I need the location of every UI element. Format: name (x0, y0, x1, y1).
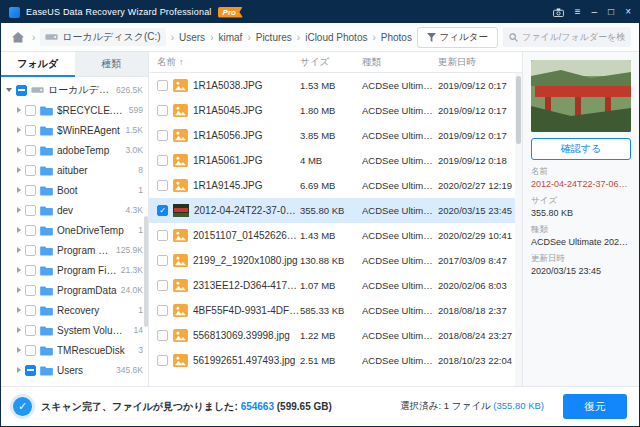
chevron-right-icon[interactable] (17, 147, 21, 153)
filter-button[interactable]: フィルター (417, 27, 498, 48)
tab-folder[interactable]: フォルダ (1, 52, 75, 77)
chevron-right-icon[interactable] (17, 207, 21, 213)
sidebar-item-program-files-x86[interactable]: Program Files (x86)21.3K (1, 260, 148, 280)
checkbox[interactable] (157, 355, 168, 366)
camera-icon[interactable] (553, 8, 564, 17)
sidebar-scrollbar-thumb[interactable] (144, 216, 148, 327)
checkbox[interactable] (25, 345, 36, 356)
chevron-right-icon[interactable] (17, 167, 21, 173)
checkbox[interactable] (25, 145, 36, 156)
checkbox[interactable]: ✓ (157, 205, 168, 216)
breadcrumb-item-icloud-photos[interactable]: iCloud Photos (305, 32, 367, 43)
checkbox[interactable] (25, 285, 36, 296)
checkbox[interactable] (157, 130, 168, 141)
sidebar-item-boot[interactable]: Boot1 (1, 180, 148, 200)
sidebar-item-c[interactable]: ローカルディスク(C:)626.5K (1, 80, 148, 100)
checkbox[interactable] (157, 80, 168, 91)
checkbox[interactable] (25, 325, 36, 336)
checkbox[interactable] (25, 245, 36, 256)
chevron-right-icon[interactable] (17, 227, 21, 233)
breadcrumb-item-users[interactable]: Users (179, 32, 205, 43)
chevron-right-icon[interactable] (17, 267, 21, 273)
chevron-right-icon[interactable] (17, 107, 21, 113)
breadcrumb-root[interactable]: ローカルディスク(C:) (40, 28, 165, 46)
chevron-right-icon[interactable] (17, 347, 21, 353)
breadcrumb-item-photos[interactable]: Photos (381, 32, 412, 43)
table-row[interactable]: 4BF55F4D-9931-4DFF-9FF3-48…585.33 KBACDS… (149, 298, 522, 323)
checkbox[interactable] (16, 85, 27, 96)
sort-ascending-icon[interactable]: ↑ (179, 57, 184, 67)
table-row[interactable]: 1R1A5038.JPG1.53 MBACDSee Ultim…2019/09/… (149, 73, 522, 98)
checkbox[interactable] (25, 125, 36, 136)
file-type: ACDSee Ultim… (362, 180, 438, 191)
confirm-button[interactable]: 確認する (531, 138, 631, 160)
chevron-right-icon[interactable] (17, 247, 21, 253)
table-row[interactable]: 556813069.39998.jpg1.22 MBACDSee Ultim…2… (149, 323, 522, 348)
table-row[interactable]: 1R1A5056.JPG3.85 MBACDSee Ultim…2019/09/… (149, 123, 522, 148)
checkbox[interactable] (25, 265, 36, 276)
chevron-right-icon[interactable] (17, 127, 21, 133)
folder-icon (40, 125, 53, 136)
sidebar-item-aituber[interactable]: aituber8 (1, 160, 148, 180)
chevron-right-icon[interactable] (17, 307, 21, 313)
chevron-right-icon[interactable] (17, 327, 21, 333)
column-header-size[interactable]: サイズ (300, 56, 362, 69)
checkbox[interactable] (25, 365, 36, 376)
checkbox[interactable] (25, 225, 36, 236)
table-row[interactable]: 2199_2_1920x1080.jpg130.88 KBACDSee Ulti… (149, 248, 522, 273)
menu-icon[interactable]: ≡ (575, 7, 581, 17)
chevron-right-icon[interactable] (17, 367, 21, 373)
chevron-right-icon[interactable] (17, 287, 21, 293)
breadcrumb-item-pictures[interactable]: Pictures (256, 32, 292, 43)
checkbox[interactable] (157, 230, 168, 241)
checkbox[interactable] (25, 185, 36, 196)
close-icon[interactable]: × (625, 7, 631, 17)
sidebar-item-system-volume-inform[interactable]: System Volume Inform...14 (1, 320, 148, 340)
preview-image (531, 60, 631, 132)
checkbox[interactable] (25, 205, 36, 216)
checkbox[interactable] (157, 180, 168, 191)
checkbox[interactable] (25, 305, 36, 316)
sidebar-item-dev[interactable]: dev4.3K (1, 200, 148, 220)
chevron-right-icon[interactable] (17, 187, 21, 193)
checkbox[interactable] (157, 280, 168, 291)
checkbox[interactable] (25, 165, 36, 176)
sidebar-item-users[interactable]: Users345.6K (1, 360, 148, 380)
checkbox[interactable] (157, 155, 168, 166)
recover-button[interactable]: 復元 (563, 394, 627, 419)
chevron-down-icon[interactable] (6, 88, 12, 92)
sidebar-item-recycle-bin[interactable]: $RECYCLE.BIN599 (1, 100, 148, 120)
sidebar-item-onedrivetemp[interactable]: OneDriveTemp1 (1, 220, 148, 240)
checkbox[interactable] (157, 305, 168, 316)
column-header-type[interactable]: 種類 (362, 56, 438, 69)
tab-type[interactable]: 種類 (75, 52, 149, 77)
checkbox[interactable] (157, 105, 168, 116)
checkbox[interactable] (25, 105, 36, 116)
column-header-name[interactable]: 名前 ↑ (157, 56, 300, 69)
table-row[interactable]: 1R1A5061.JPG4 MBACDSee Ultim…2019/09/12 … (149, 148, 522, 173)
breadcrumb-item-kimaf[interactable]: kimaf (218, 32, 242, 43)
folder-icon (40, 285, 53, 296)
table-row[interactable]: 1R1A5045.JPG1.80 MBACDSee Ultim…2019/09/… (149, 98, 522, 123)
table-row[interactable]: 1R1A9145.JPG6.69 MBACDSee Ultim…2020/02/… (149, 173, 522, 198)
sidebar-item-tmrescuedisk[interactable]: TMRescueDisk3 (1, 340, 148, 360)
sidebar-item-program-files[interactable]: Program Files125.9K (1, 240, 148, 260)
sidebar-item-winreagent[interactable]: $WinREAgent1.5K (1, 120, 148, 140)
table-row[interactable]: 20151107_014526268_iOS.jpg1.43 MBACDSee … (149, 223, 522, 248)
list-scrollbar[interactable] (515, 73, 522, 386)
minimize-icon[interactable]: – (592, 7, 598, 17)
table-row[interactable]: ✓2012-04-24T22-37-06_4.jpg355.80 KBACDSe… (149, 198, 522, 223)
home-icon[interactable] (9, 28, 27, 46)
sidebar-item-programdata[interactable]: ProgramData24.0K (1, 280, 148, 300)
sidebar-item-adobetemp[interactable]: adobeTemp3.0K (1, 140, 148, 160)
list-scrollbar-thumb[interactable] (516, 76, 521, 144)
search-input[interactable] (522, 32, 625, 42)
table-row[interactable]: 561992651.497493.jpg2.51 MBACDSee Ultim…… (149, 348, 522, 373)
sidebar-item-recovery[interactable]: Recovery1 (1, 300, 148, 320)
sidebar-scrollbar[interactable] (143, 77, 148, 386)
column-header-date[interactable]: 更新日時 (438, 56, 522, 69)
checkbox[interactable] (157, 255, 168, 266)
maximize-icon[interactable]: □ (608, 7, 614, 17)
table-row[interactable]: 2313EE12-D364-4179-87DA-2…1.07 MBACDSee … (149, 273, 522, 298)
checkbox[interactable] (157, 330, 168, 341)
